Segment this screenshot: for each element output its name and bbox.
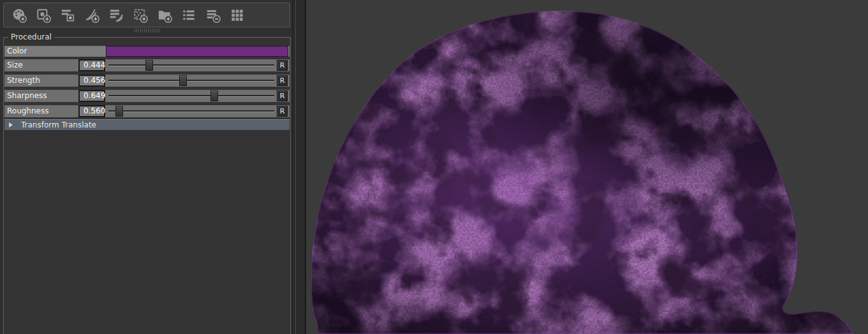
strength-slider-handle[interactable] [179,75,187,86]
strength-slider[interactable] [108,75,274,87]
roughness-label: Roughness [7,105,48,117]
layer-list-view-icon[interactable] [179,5,198,25]
add-sculpt-layer-icon[interactable] [82,5,101,25]
layers-toolbar [3,3,290,27]
roughness-reset-button[interactable]: R [277,106,288,117]
strength-row: Strength 0.456 R [4,75,290,87]
head-model [306,0,868,334]
chevron-right-icon [9,122,13,127]
add-layer-group-icon[interactable] [154,5,174,25]
group-title: Procedural [8,33,54,41]
panel-viewport-divider[interactable] [292,0,305,334]
sharpness-row: Sharpness 0.649 R [4,90,290,102]
sharpness-slider-handle[interactable] [210,91,218,101]
section-label: Transform Translate [21,120,96,130]
add-image-layer-icon[interactable] [33,5,53,25]
size-reset-button[interactable]: R [277,60,288,71]
roughness-slider-handle[interactable] [115,106,123,117]
layer-grid-view-icon[interactable] [227,5,247,25]
remove-layer-icon[interactable] [203,5,223,25]
roughness-slider-track [108,110,274,112]
merge-layers-icon[interactable] [106,5,126,25]
size-slider-handle[interactable] [145,60,153,71]
color-swatch[interactable] [106,46,288,57]
sharpness-slider-track [108,95,274,96]
sharpness-label: Sharpness [7,90,47,102]
add-paint-layer-icon[interactable] [9,5,29,25]
properties-panel: Procedural Color Size 0.444 R Strength 0… [0,0,293,334]
roughness-value-input[interactable]: 0.560 [78,105,105,117]
panel-splitter-handle[interactable] [135,29,161,33]
color-label: Color [7,46,27,57]
roughness-slider[interactable] [108,105,274,117]
size-row: Size 0.444 R [4,59,290,71]
new-layer-from-image-icon[interactable] [57,5,77,25]
strength-label: Strength [7,75,40,87]
sharpness-value-input[interactable]: 0.649 [78,90,105,102]
transform-translate-section[interactable]: Transform Translate [4,119,290,130]
size-slider-track [108,64,274,66]
size-slider[interactable] [108,59,274,71]
strength-value-input[interactable]: 0.456 [78,75,105,87]
viewport-3d[interactable] [305,0,868,334]
strength-slider-track [108,80,274,81]
strength-reset-button[interactable]: R [277,75,288,86]
size-value-input[interactable]: 0.444 [78,59,105,71]
sharpness-slider[interactable] [108,90,274,102]
add-procedural-texture-icon[interactable] [130,5,150,25]
size-label: Size [7,59,23,71]
color-row: Color [4,46,290,57]
roughness-row: Roughness 0.560 R [4,105,290,117]
sharpness-reset-button[interactable]: R [277,91,288,101]
